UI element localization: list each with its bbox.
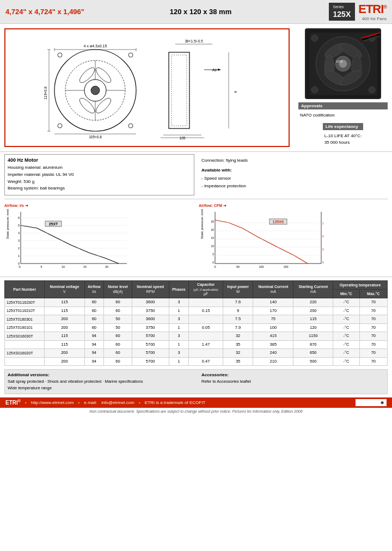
table-cell: 1 bbox=[169, 357, 189, 366]
accessories-content: Refer to Accessories leaflet bbox=[201, 378, 384, 384]
svg-text:1.2: 1.2 bbox=[322, 222, 324, 225]
product-photo: ETRI bbox=[305, 28, 381, 99]
svg-text:10: 10 bbox=[62, 265, 65, 268]
table-cell: -°C bbox=[333, 332, 359, 341]
svg-text:0: 0 bbox=[19, 265, 20, 268]
table-cell: 60 bbox=[84, 323, 104, 332]
table-cell: -°C bbox=[333, 349, 359, 358]
table-cell: 70 bbox=[359, 332, 387, 341]
table-cell bbox=[189, 315, 223, 324]
table-cell: 125XS016020T bbox=[5, 349, 45, 358]
life-expectancy-header: Life expectancy bbox=[323, 123, 364, 130]
additional-versions-col: Additional versions: Salt spray protecte… bbox=[8, 372, 191, 391]
table-cell: 70 bbox=[359, 307, 387, 315]
table-row: 1159460570011.4735385870-°C70 bbox=[5, 340, 388, 349]
svg-point-14 bbox=[77, 96, 96, 115]
table-cell: 70 bbox=[359, 323, 387, 332]
footer-trademark-note: ETRI is a trademark of ECOFIT bbox=[145, 400, 206, 405]
table-row: 125XT0116210T1156060375010.159170200-°C7… bbox=[5, 307, 388, 315]
footer-website: http://www.etrinet.com bbox=[31, 400, 74, 405]
svg-text:100: 100 bbox=[259, 265, 264, 268]
col-input-power: Input powerW bbox=[223, 281, 253, 298]
life-expectancy-content: L-10 LIFE AT 40°C:35 000 hours bbox=[323, 132, 364, 147]
svg-point-6 bbox=[58, 124, 62, 128]
table-cell: 3600 bbox=[132, 298, 169, 307]
table-cell: 3 bbox=[169, 349, 189, 358]
table-cell: 70 bbox=[359, 340, 387, 349]
table-cell: 50 bbox=[104, 323, 132, 332]
svg-text:15: 15 bbox=[83, 265, 87, 268]
table-cell: 650 bbox=[293, 349, 333, 358]
svg-point-5 bbox=[128, 53, 133, 57]
approvals-content: NATO codification bbox=[298, 111, 388, 120]
table-cell: 94 bbox=[84, 340, 104, 349]
svg-point-42 bbox=[311, 87, 318, 93]
table-cell: 75 bbox=[253, 315, 293, 324]
svg-point-13 bbox=[94, 65, 113, 84]
table-row: 2009460570010.4735210500-°C70 bbox=[5, 357, 388, 366]
svg-text:Static pressure: mmH2O: Static pressure: mmH2O bbox=[6, 209, 9, 239]
table-cell: 94 bbox=[84, 349, 104, 358]
bearing: Bearing system: ball bearings bbox=[8, 185, 191, 192]
svg-text:4 x ø4.3±0.15: 4 x ø4.3±0.15 bbox=[84, 44, 107, 48]
impeller-material: Impeller material: plastic UL 94 V0 bbox=[8, 172, 191, 179]
col-phases: Phases bbox=[169, 281, 189, 298]
svg-text:0.4: 0.4 bbox=[322, 248, 324, 251]
col-temp-min: Min.°C bbox=[333, 290, 359, 298]
svg-text:20: 20 bbox=[211, 228, 214, 231]
svg-text:Air: Air bbox=[212, 68, 217, 72]
table-cell: 200 bbox=[293, 307, 333, 315]
approvals-header: Approvals bbox=[298, 102, 388, 109]
col-noise: Noise leveldB(A) bbox=[104, 281, 132, 298]
table-cell: 125XT0116210T bbox=[5, 307, 45, 315]
table-cell: 1150 bbox=[293, 332, 333, 341]
table-cell: 60 bbox=[104, 340, 132, 349]
table-cell: 200 bbox=[45, 357, 84, 366]
svg-text:125XS: 125XS bbox=[272, 220, 284, 224]
table-cell: 70 bbox=[359, 349, 387, 358]
table-cell: 50 bbox=[104, 315, 132, 324]
table-cell: 60 bbox=[104, 307, 132, 315]
table-cell: 1 bbox=[169, 307, 189, 315]
footer-email-label: e-mail: bbox=[84, 400, 97, 405]
table-cell: 1.47 bbox=[189, 340, 223, 349]
svg-text:50: 50 bbox=[236, 265, 240, 268]
table-cell: 3 bbox=[169, 332, 189, 341]
table-row: 125XT01601012006050375010.057.9100120-°C… bbox=[5, 323, 388, 332]
disclaimer: Non contractual document. Specifications… bbox=[0, 408, 392, 415]
table-cell: 115 bbox=[45, 332, 84, 341]
svg-text:5: 5 bbox=[212, 253, 214, 256]
table-cell: 200 bbox=[45, 315, 84, 324]
approvals-section: Approvals NATO codification bbox=[298, 102, 388, 120]
table-cell: 32 bbox=[223, 349, 253, 358]
table-cell: 170 bbox=[253, 307, 293, 315]
table-cell: 60 bbox=[104, 298, 132, 307]
svg-text:119+0.8: 119+0.8 bbox=[44, 87, 47, 100]
table-cell: 7.5 bbox=[223, 315, 253, 324]
svg-point-4 bbox=[58, 53, 62, 57]
table-cell: 125XT0160301 bbox=[5, 315, 45, 324]
svg-point-43 bbox=[369, 87, 375, 93]
table-cell: 1 bbox=[169, 340, 189, 349]
product-info-area: ETRI Approvals NATO codification Life ex… bbox=[294, 24, 392, 151]
table-cell: 35 bbox=[223, 357, 253, 366]
svg-text:4: 4 bbox=[234, 91, 237, 93]
series-name: 125X bbox=[333, 9, 351, 19]
table-cell: 94 bbox=[84, 332, 104, 341]
series-label: Series bbox=[333, 4, 351, 9]
table-cell: 60 bbox=[84, 315, 104, 324]
svg-point-40 bbox=[311, 35, 318, 41]
table-row: 125XT0116230T1156060360037.6140220-°C70 bbox=[5, 298, 388, 307]
svg-text:20: 20 bbox=[105, 265, 108, 268]
footer-dot-1: • bbox=[25, 400, 27, 405]
top-section: 4 x ø4.3±0.15 119+0.8 105+0.8 Air 38+1.5… bbox=[0, 24, 392, 152]
table-cell: 870 bbox=[293, 340, 333, 349]
table-cell: 5700 bbox=[132, 332, 169, 341]
table-cell: 125XS016030T bbox=[5, 332, 45, 341]
table-cell: 140 bbox=[253, 298, 293, 307]
table-cell: 210 bbox=[253, 357, 293, 366]
table-cell: 5700 bbox=[132, 349, 169, 358]
svg-text:0: 0 bbox=[214, 265, 216, 268]
table-cell: -°C bbox=[333, 340, 359, 349]
connection-specs-box: Connection: flying leads Available with:… bbox=[199, 154, 388, 195]
